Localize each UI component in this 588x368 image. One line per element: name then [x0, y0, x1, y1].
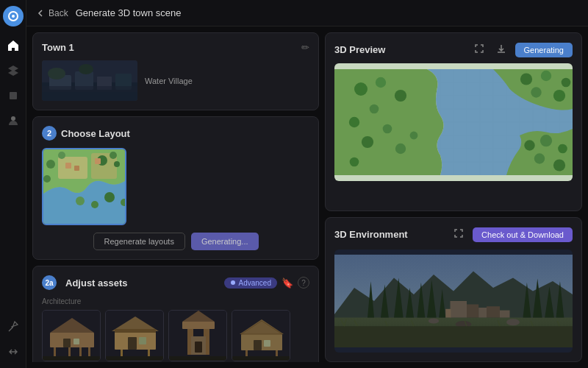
svg-rect-130	[500, 311, 510, 318]
asset-item-1[interactable]	[42, 310, 101, 361]
preview-map-svg	[334, 63, 573, 181]
svg-point-106	[524, 140, 534, 150]
svg-rect-28	[95, 158, 101, 164]
sidebar-layers-icon[interactable]	[3, 60, 24, 81]
main-area: Back Generate 3D town scene Town 1 ✏	[26, 0, 588, 368]
svg-rect-38	[74, 339, 79, 344]
layout-map-svg	[43, 149, 126, 225]
town-card: Town 1 ✏	[32, 32, 319, 110]
svg-rect-134	[334, 326, 573, 347]
sidebar-home-icon[interactable]	[3, 35, 24, 56]
svg-rect-128	[487, 306, 500, 317]
svg-point-99	[350, 158, 359, 167]
assets-images	[42, 310, 309, 361]
assets-header-left: 2a Adjust assets	[42, 275, 128, 290]
svg-point-17	[58, 152, 65, 159]
svg-rect-47	[115, 329, 156, 333]
page-title: Generate 3D town scene	[76, 7, 182, 18]
svg-point-100	[410, 132, 418, 140]
expand-icon[interactable]	[471, 42, 487, 57]
svg-point-102	[541, 71, 551, 81]
svg-rect-65	[232, 356, 290, 361]
regenerate-layouts-button[interactable]: Regenerate layouts	[93, 233, 185, 250]
layout-actions: Regenerate layouts Generating...	[42, 233, 309, 250]
sidebar-package-icon[interactable]	[3, 85, 24, 106]
env-actions: Check out & Download	[451, 227, 573, 242]
svg-point-97	[362, 136, 373, 148]
svg-point-104	[531, 87, 541, 97]
env-card: 3D Environment Check out & Download	[325, 217, 582, 362]
svg-point-103	[562, 78, 571, 88]
svg-point-132	[506, 319, 520, 325]
preview-card: 3D Preview Generating	[325, 32, 582, 211]
sidebar-arrows-icon[interactable]	[3, 342, 24, 362]
svg-rect-126	[467, 305, 478, 318]
download-icon[interactable]	[493, 42, 509, 57]
svg-rect-39	[43, 356, 101, 361]
help-icon[interactable]: ?	[298, 277, 309, 289]
right-panel: 3D Preview Generating	[325, 32, 582, 362]
town-img-inner	[42, 60, 137, 101]
svg-point-21	[43, 175, 51, 183]
svg-point-22	[76, 197, 85, 205]
asset-item-3[interactable]	[168, 310, 227, 361]
content-area: Town 1 ✏	[26, 26, 588, 368]
back-button[interactable]: Back	[35, 8, 68, 18]
svg-rect-14	[58, 157, 87, 179]
town-image-row: Water Village	[42, 60, 309, 101]
layout-map-preview[interactable]	[42, 148, 126, 225]
env-image	[334, 250, 573, 353]
layout-images	[42, 148, 309, 225]
layout-card: 2 Choose Layout	[32, 116, 319, 260]
svg-point-23	[91, 201, 98, 208]
svg-rect-26	[65, 163, 71, 169]
svg-rect-46	[139, 337, 146, 344]
svg-point-10	[48, 68, 65, 79]
svg-rect-125	[451, 301, 467, 318]
svg-point-1	[12, 15, 15, 18]
env-expand-icon[interactable]	[451, 227, 467, 242]
sidebar-user-icon[interactable]	[3, 110, 24, 131]
preview-header: 3D Preview Generating	[334, 42, 573, 57]
svg-point-105	[553, 90, 565, 102]
assets-step-badge: 2a	[42, 275, 57, 290]
assets-header-right: Advanced 🔖 ?	[224, 277, 309, 289]
checkout-download-button[interactable]: Check out & Download	[473, 227, 573, 242]
svg-point-20	[114, 161, 120, 167]
svg-point-3	[11, 116, 15, 121]
asset-svg-2	[106, 311, 164, 361]
bookmark-icon[interactable]: 🔖	[282, 277, 293, 289]
app-logo	[3, 6, 24, 26]
layout-card-header: 2 Choose Layout	[42, 126, 309, 141]
svg-point-95	[349, 117, 359, 127]
svg-point-29	[231, 280, 235, 285]
svg-point-101	[520, 73, 532, 85]
advanced-label: Advanced	[239, 279, 271, 287]
svg-rect-56	[169, 356, 227, 361]
svg-rect-35	[50, 333, 94, 347]
layout-title-row: 2 Choose Layout	[42, 126, 130, 141]
svg-point-96	[383, 124, 392, 134]
svg-point-107	[540, 135, 552, 146]
assets-card: 2a Adjust assets Advanced 🔖 ? Architectu…	[32, 266, 319, 362]
asset-item-2[interactable]	[105, 310, 164, 361]
asset-svg-4	[232, 311, 290, 361]
asset-item-4[interactable]	[232, 310, 290, 361]
assets-card-header: 2a Adjust assets Advanced 🔖 ?	[42, 275, 309, 290]
env-title: 3D Environment	[334, 229, 408, 240]
svg-point-110	[553, 159, 565, 171]
back-label: Back	[49, 8, 68, 18]
svg-rect-129	[445, 309, 451, 318]
svg-rect-127	[478, 308, 487, 318]
edit-icon[interactable]: ✏	[301, 42, 309, 53]
sidebar-tool-icon[interactable]	[3, 316, 24, 337]
layout-title: Choose Layout	[61, 128, 130, 139]
advanced-badge[interactable]: Advanced	[224, 277, 277, 289]
svg-point-24	[104, 192, 115, 202]
asset-svg-3	[169, 311, 227, 361]
town-card-header: Town 1 ✏	[42, 42, 309, 53]
preview-actions: Generating	[471, 42, 573, 57]
town-thumbnail	[42, 60, 137, 101]
assets-section-label: Architecture	[42, 297, 309, 305]
preview-title: 3D Preview	[334, 44, 385, 55]
